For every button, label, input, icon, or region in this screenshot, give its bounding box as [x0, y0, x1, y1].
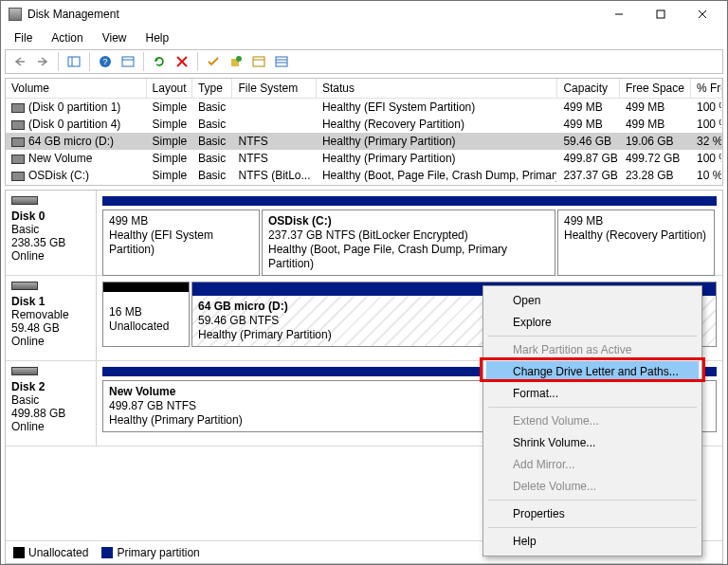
col-fs[interactable]: File System: [232, 79, 316, 98]
disk-size: 59.48 GB: [11, 321, 60, 335]
svg-point-13: [236, 56, 242, 62]
volume-icon: [11, 120, 25, 130]
close-button[interactable]: [682, 2, 723, 27]
volume-list[interactable]: Volume Layout Type File System Status Ca…: [5, 78, 723, 186]
disk-icon: [11, 196, 38, 205]
ctx-add-mirror: Add Mirror...: [486, 454, 699, 475]
rescan-icon[interactable]: [226, 51, 246, 72]
ctx-properties[interactable]: Properties: [486, 503, 699, 524]
disk0-part-efi[interactable]: 499 MBHealthy (EFI System Partition): [102, 210, 260, 276]
disk-state: Online: [11, 335, 45, 348]
volume-row[interactable]: OSDisk (C:)SimpleBasicNTFS (BitLo...Heal…: [6, 167, 722, 184]
check-icon[interactable]: [203, 51, 224, 72]
toolbar: ?: [5, 49, 723, 74]
col-layout[interactable]: Layout: [147, 79, 192, 98]
col-free[interactable]: Free Space: [620, 79, 691, 98]
legend-primary: Primary partition: [101, 546, 199, 559]
disk-state: Online: [11, 249, 45, 263]
disk-management-window: Disk Management File Action View Help ? …: [0, 0, 728, 565]
disk-kind: Basic: [11, 393, 39, 407]
ctx-extend-volume: Extend Volume...: [486, 410, 699, 431]
refresh-icon[interactable]: [149, 51, 170, 72]
ctx-delete-volume: Delete Volume...: [486, 476, 699, 497]
titlebar: Disk Management: [1, 1, 727, 27]
col-status[interactable]: Status: [317, 79, 558, 98]
delete-icon[interactable]: [172, 51, 192, 72]
ctx-help[interactable]: Help: [486, 531, 699, 552]
disk0-band: [102, 196, 717, 206]
svg-rect-4: [68, 57, 80, 66]
column-headers[interactable]: Volume Layout Type File System Status Ca…: [6, 79, 722, 99]
col-pctfree[interactable]: % Free: [691, 79, 722, 98]
svg-rect-1: [657, 10, 664, 18]
help-icon[interactable]: ?: [95, 51, 116, 72]
forward-button[interactable]: [32, 51, 53, 72]
back-button[interactable]: [9, 51, 30, 72]
disk-header-2[interactable]: Disk 2 Basic 499.88 GB Online: [6, 361, 97, 446]
disk0-part-osdisk[interactable]: OSDisk (C:)237.37 GB NTFS (BitLocker Enc…: [262, 210, 555, 276]
volume-icon: [11, 172, 25, 181]
menu-action[interactable]: Action: [44, 29, 90, 46]
toolbar-sep: [197, 52, 198, 71]
disk-size: 499.88 GB: [11, 407, 65, 420]
action-icon[interactable]: [248, 51, 269, 72]
toolbar-sep: [89, 52, 90, 71]
legend-unallocated: Unallocated: [13, 546, 88, 559]
ctx-shrink-volume[interactable]: Shrink Volume...: [486, 432, 699, 453]
ctx-sep: [488, 407, 697, 408]
disk-size: 238.35 GB: [11, 236, 65, 249]
disk1-part-unallocated[interactable]: 16 MBUnallocated: [102, 282, 190, 347]
col-volume[interactable]: Volume: [6, 79, 147, 98]
col-type[interactable]: Type: [192, 79, 233, 98]
disk-icon: [11, 282, 38, 290]
volume-row[interactable]: 64 GB micro (D:)SimpleBasicNTFSHealthy (…: [6, 133, 722, 150]
settings-icon[interactable]: [118, 51, 138, 72]
ctx-mark-active: Mark Partition as Active: [486, 339, 699, 360]
volume-icon: [11, 137, 25, 147]
ctx-sep: [488, 527, 697, 528]
ctx-explore[interactable]: Explore: [486, 312, 699, 333]
list-icon[interactable]: [271, 51, 292, 72]
disk-header-0[interactable]: Disk 0 Basic 238.35 GB Online: [6, 191, 97, 275]
disk-name: Disk 2: [11, 380, 45, 393]
svg-text:?: ?: [102, 57, 107, 66]
svg-rect-14: [253, 57, 264, 66]
col-capacity[interactable]: Capacity: [557, 79, 620, 98]
disk-row-0: Disk 0 Basic 238.35 GB Online 499 MBHeal…: [6, 191, 722, 276]
ctx-format[interactable]: Format...: [486, 383, 699, 404]
window-app-icon: [9, 8, 22, 21]
toolbar-sep: [143, 52, 144, 71]
ctx-change-drive-letter[interactable]: Change Drive Letter and Paths...: [486, 361, 699, 382]
menu-view[interactable]: View: [95, 29, 135, 46]
menu-file[interactable]: File: [7, 29, 40, 46]
volume-row[interactable]: (Disk 0 partition 4)SimpleBasicHealthy (…: [6, 116, 722, 133]
volume-row[interactable]: (Disk 0 partition 1)SimpleBasicHealthy (…: [6, 99, 722, 116]
disk-icon: [11, 367, 38, 375]
menu-help[interactable]: Help: [138, 29, 177, 46]
volume-icon: [11, 103, 25, 113]
disk-name: Disk 1: [11, 295, 45, 308]
svg-rect-8: [122, 57, 134, 66]
ctx-sep: [488, 500, 697, 501]
disk-state: Online: [11, 420, 45, 433]
menubar: File Action View Help: [1, 27, 727, 47]
minimize-button[interactable]: [598, 2, 640, 27]
svg-rect-16: [276, 57, 287, 66]
toolbar-sep: [58, 52, 59, 71]
disk-kind: Removable: [11, 308, 69, 321]
disk-header-1[interactable]: Disk 1 Removable 59.48 GB Online: [6, 276, 97, 360]
disk0-part-recovery[interactable]: 499 MBHealthy (Recovery Partition): [557, 210, 715, 276]
volume-icon: [11, 155, 25, 164]
maximize-button[interactable]: [640, 2, 682, 27]
disk0-partitions: 499 MBHealthy (EFI System Partition) OSD…: [97, 191, 722, 275]
context-menu: Open Explore Mark Partition as Active Ch…: [482, 285, 702, 556]
ctx-open[interactable]: Open: [486, 290, 699, 311]
window-title: Disk Management: [27, 8, 598, 21]
ctx-sep: [488, 336, 697, 337]
volume-row[interactable]: New VolumeSimpleBasicNTFSHealthy (Primar…: [6, 150, 722, 167]
show-hide-console-icon[interactable]: [64, 51, 84, 72]
disk-kind: Basic: [11, 223, 39, 236]
disk-name: Disk 0: [11, 210, 45, 223]
